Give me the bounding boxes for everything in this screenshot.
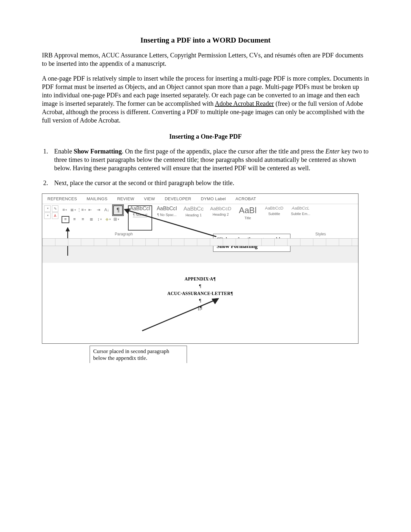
justify-icon[interactable]: ≣ bbox=[88, 217, 94, 222]
style-sample-text: AaBbCcI bbox=[130, 206, 150, 211]
paragraph-group-label: Paragraph bbox=[115, 232, 133, 237]
ruler bbox=[42, 238, 358, 246]
step-1: Enable Show Formatting. On the first pag… bbox=[50, 147, 369, 172]
ribbon-body: ✎ A ≡ ≣ ⋮≡ ⇤ ⇥ A↓ ¶ ≡ ≡ ≡ ≣ bbox=[42, 204, 358, 238]
style-gallery-item[interactable]: AaBbCcDSubtitle bbox=[262, 205, 286, 231]
increase-indent-icon[interactable]: ⇥ bbox=[95, 207, 102, 213]
style-sample-text: AaBbCc bbox=[183, 206, 203, 212]
cursor-callout: Cursor placed in second paragraph below … bbox=[90, 346, 187, 363]
style-gallery: AaBbCcI¶ NormalAaBbCcI¶ No Spac...AaBbCc… bbox=[128, 205, 313, 231]
decrease-indent-icon[interactable]: ⇤ bbox=[87, 207, 93, 213]
sort-icon[interactable]: A↓ bbox=[103, 207, 110, 213]
ribbon-tab[interactable]: DEVELOPER bbox=[165, 196, 191, 202]
ribbon-tab[interactable]: VIEW bbox=[144, 196, 155, 202]
align-center-icon[interactable]: ≡ bbox=[71, 217, 78, 222]
step1-bold: Show Formatting bbox=[74, 148, 122, 155]
borders-icon[interactable]: ⊞ bbox=[113, 217, 120, 222]
document-background bbox=[42, 246, 358, 263]
ribbon-tab[interactable]: REVIEW bbox=[117, 196, 134, 202]
bullets-icon[interactable]: ≡ bbox=[62, 207, 68, 213]
clipboard-mini-col bbox=[44, 205, 51, 231]
ribbon-tab[interactable]: REFERENCES bbox=[47, 196, 77, 202]
multilevel-icon[interactable]: ⋮≡ bbox=[78, 207, 85, 213]
font-dropdown-icon[interactable] bbox=[44, 212, 51, 219]
pilcrow-line-1: ¶ bbox=[81, 283, 319, 290]
ribbon-tab-row: REFERENCESMAILINGSREVIEWVIEWDEVELOPERDYM… bbox=[42, 194, 358, 204]
shading-icon[interactable]: ◆ bbox=[105, 217, 111, 222]
paragraph-group: ≡ ≣ ⋮≡ ⇤ ⇥ A↓ ¶ ≡ ≡ ≡ ≣ ↕ ◆ ⊞ bbox=[60, 205, 125, 231]
style-gallery-item[interactable]: AaBbCcDHeading 2 bbox=[208, 205, 233, 231]
style-sample-text: AaBbCcD bbox=[210, 206, 231, 211]
step-2: Next, place the cursor at the second or … bbox=[50, 179, 369, 187]
word-screenshot-figure: REFERENCESMAILINGSREVIEWVIEWDEVELOPERDYM… bbox=[42, 193, 358, 344]
format-painter-icon[interactable]: ✎ bbox=[52, 205, 58, 212]
ribbon-tab[interactable]: DYMO Label bbox=[201, 196, 226, 202]
style-name-label: ¶ No Spac... bbox=[157, 212, 177, 217]
appendix-title-line: APPENDIX·A¶ bbox=[81, 276, 319, 283]
page-title: Inserting a PDF into a WORD Document bbox=[42, 35, 369, 45]
style-gallery-item[interactable]: AaBbCcLSubtle Em... bbox=[289, 205, 313, 231]
section-subtitle: Inserting a One-Page PDF bbox=[42, 132, 369, 141]
style-sample-text: AaBbCcI bbox=[157, 206, 177, 211]
pilcrow-at-cursor: ¶ bbox=[200, 305, 202, 310]
ribbon-tab[interactable]: ACROBAT bbox=[236, 196, 256, 202]
align-right-icon[interactable]: ≡ bbox=[80, 217, 86, 222]
intro-paragraph-1: IRB Approval memos, ACUC Assurance Lette… bbox=[42, 51, 369, 68]
show-formatting-button[interactable]: ¶ bbox=[113, 205, 123, 215]
style-gallery-item[interactable]: AaBbCcI¶ No Spac... bbox=[155, 205, 179, 231]
svg-marker-1 bbox=[66, 227, 70, 231]
style-gallery-item[interactable]: AaBbCcHeading 1 bbox=[181, 205, 205, 231]
styles-group-label: Styles bbox=[315, 232, 326, 237]
step1-italic: Enter bbox=[325, 148, 339, 155]
document-page: APPENDIX·A¶ ¶ ACUC·ASSURANCE·LETTER¶ ¶ ¶ bbox=[81, 263, 319, 343]
style-name-label: Title bbox=[244, 216, 251, 220]
paste-dropdown-icon[interactable] bbox=[44, 205, 51, 212]
line-spacing-icon[interactable]: ↕ bbox=[96, 217, 103, 222]
numbering-icon[interactable]: ≣ bbox=[70, 207, 76, 213]
style-sample-text: AaBl bbox=[239, 206, 257, 214]
style-sample-text: AaBbCcL bbox=[292, 206, 309, 210]
style-name-label: Subtitle bbox=[268, 212, 280, 216]
ribbon-tab[interactable]: MAILINGS bbox=[87, 196, 108, 202]
format-painter-col: ✎ A bbox=[52, 205, 58, 231]
style-name-label: Heading 1 bbox=[185, 213, 201, 217]
style-name-label: ¶ Normal bbox=[133, 212, 147, 217]
font-color-icon[interactable]: A bbox=[52, 212, 58, 219]
style-gallery-item[interactable]: AaBbCcI¶ Normal bbox=[128, 205, 152, 231]
step1-post: . On the first page of the appendix, pla… bbox=[122, 148, 325, 155]
step1-pre: Enable bbox=[54, 148, 74, 155]
appendix-subtitle-line: ACUC·ASSURANCE·LETTER¶ bbox=[81, 290, 319, 297]
style-name-label: Subtle Em... bbox=[291, 212, 310, 216]
adobe-reader-link[interactable]: Adobe Acrobat Reader bbox=[215, 100, 274, 107]
cursor-line: ¶ bbox=[81, 304, 319, 311]
style-name-label: Heading 2 bbox=[213, 212, 229, 217]
pilcrow-line-2: ¶ bbox=[81, 297, 319, 304]
intro-paragraph-2: A one-page PDF is relatively simple to i… bbox=[42, 74, 369, 124]
align-left-icon[interactable]: ≡ bbox=[62, 216, 69, 223]
style-gallery-item[interactable]: AaBlTitle bbox=[236, 205, 260, 231]
style-sample-text: AaBbCcD bbox=[265, 206, 283, 210]
